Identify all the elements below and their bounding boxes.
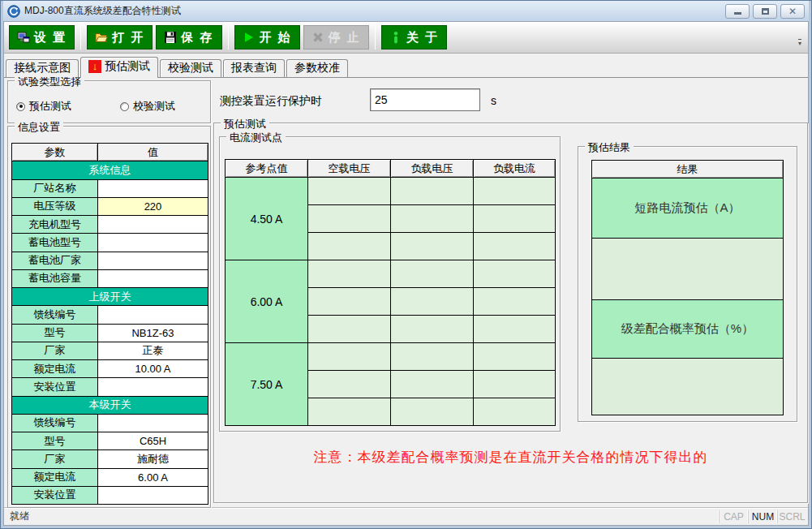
measurement-cell xyxy=(474,233,556,260)
param-value-cell[interactable] xyxy=(98,269,208,287)
param-name-cell: 型号 xyxy=(12,324,98,342)
table-row: 厂站名称 xyxy=(12,179,208,197)
measurement-cell xyxy=(474,398,556,426)
table-row: 6.00 A xyxy=(226,260,556,288)
measurement-cell xyxy=(391,288,474,316)
measurement-cell xyxy=(474,343,556,371)
result-label-cell: 级差配合概率预估（%） xyxy=(592,300,784,359)
maximize-button[interactable] xyxy=(753,4,777,19)
param-value-cell[interactable] xyxy=(98,179,208,197)
minimize-icon xyxy=(734,12,741,15)
table-row: 电压等级220 xyxy=(12,197,208,215)
result-value-cell xyxy=(592,359,784,415)
radio-option-verify[interactable]: 校验测试 xyxy=(120,99,175,114)
param-value-cell[interactable] xyxy=(98,252,208,269)
toolbar-buttons: 设 置打 开保 存开 始停 止关 于 xyxy=(7,25,449,49)
toolbar-button-save[interactable]: 保 存 xyxy=(156,25,221,49)
radio-icon-verify[interactable] xyxy=(120,102,129,111)
table-row: 型号C65H xyxy=(12,432,208,450)
settings-icon xyxy=(17,31,30,44)
param-value-cell[interactable]: 10.00 A xyxy=(98,360,208,378)
current-points-table: 参考点值空载电压负载电压负载电流4.50 A6.00 A7.50 A xyxy=(225,159,556,426)
toolbar-button-label: 保 存 xyxy=(181,30,213,45)
measurement-cell xyxy=(474,316,556,343)
table-row: 本级开关 xyxy=(12,396,208,414)
tab-label: 校验测试 xyxy=(168,61,213,75)
tab-0[interactable]: 接线示意图 xyxy=(6,59,79,77)
measurement-cell xyxy=(391,371,474,398)
toolbar-overflow-button[interactable]: ▾ xyxy=(795,25,805,49)
reference-point-cell: 6.00 A xyxy=(226,260,308,343)
param-value-cell[interactable] xyxy=(98,486,208,504)
table-row: 厂家施耐德 xyxy=(12,450,208,468)
current-points-column-header: 空载电压 xyxy=(308,160,391,178)
measurement-cell xyxy=(474,371,556,398)
protection-time-input[interactable] xyxy=(370,88,480,111)
tabstrip: 接线示意图↓预估测试校验测试报表查询参数校准 xyxy=(4,54,808,77)
status-indicator-num: NUM xyxy=(748,510,777,523)
param-value-cell[interactable] xyxy=(98,234,208,252)
toolbar-button-label: 打 开 xyxy=(112,30,144,45)
info-section-header: 上级开关 xyxy=(12,288,208,306)
info-column-header: 值 xyxy=(98,144,208,161)
title-bar: MDJ-800直流系统级差配合特性测试 ✕ xyxy=(3,1,809,21)
result-value-cell xyxy=(592,239,784,300)
param-value-cell[interactable]: 正泰 xyxy=(98,342,208,359)
radio-label-verify: 校验测试 xyxy=(133,99,175,114)
table-row: 蓄电池厂家 xyxy=(12,252,208,269)
param-value-cell[interactable]: C65H xyxy=(98,432,208,450)
param-name-cell: 额定电流 xyxy=(12,468,98,486)
tab-3[interactable]: 报表查询 xyxy=(223,59,285,77)
group-current-points-legend: 电流测试点 xyxy=(226,131,286,145)
param-value-cell[interactable]: 220 xyxy=(98,197,208,215)
reference-point-cell: 4.50 A xyxy=(226,178,308,260)
table-row: 安装位置 xyxy=(12,378,208,396)
tab-2[interactable]: 校验测试 xyxy=(160,59,221,77)
measurement-cell xyxy=(308,398,391,426)
tab-4[interactable]: 参数校准 xyxy=(286,59,348,77)
param-name-cell: 电压等级 xyxy=(12,197,98,215)
table-row: 蓄电池型号 xyxy=(12,234,208,252)
status-indicators: CAPNUMSCRL xyxy=(719,510,806,523)
toolbar-button-settings[interactable]: 设 置 xyxy=(9,25,75,49)
param-name-cell: 额定电流 xyxy=(12,360,98,378)
tab-1[interactable]: ↓预估测试 xyxy=(80,57,158,78)
param-value-cell[interactable]: 6.00 A xyxy=(98,468,208,486)
toolbar-button-label: 设 置 xyxy=(34,30,67,45)
toolbar-button-open[interactable]: 打 开 xyxy=(87,25,153,49)
radio-option-estimate[interactable]: 预估测试 xyxy=(16,99,71,114)
about-icon xyxy=(389,31,402,44)
measurement-cell xyxy=(308,316,391,343)
toolbar-button-start[interactable]: 开 始 xyxy=(234,25,300,49)
info-section-header: 本级开关 xyxy=(12,396,208,414)
measurement-cell xyxy=(308,260,391,288)
param-name-cell: 蓄电池型号 xyxy=(12,234,98,252)
param-value-cell[interactable]: 施耐德 xyxy=(98,450,208,468)
tab-label: 参数校准 xyxy=(294,61,340,75)
param-value-cell[interactable] xyxy=(98,414,208,432)
measurement-cell xyxy=(308,343,391,371)
param-value-cell[interactable] xyxy=(98,306,208,324)
param-value-cell[interactable] xyxy=(98,216,208,234)
measurement-cell xyxy=(308,288,391,316)
param-value-cell[interactable]: NB1Z-63 xyxy=(98,324,208,342)
close-button[interactable]: ✕ xyxy=(780,4,805,19)
result-column-header: 结果 xyxy=(592,161,784,178)
toolbar-button-stop[interactable]: 停 止 xyxy=(303,25,369,49)
table-row: 厂家正泰 xyxy=(12,342,208,359)
table-row: 4.50 A xyxy=(226,178,556,205)
param-value-cell[interactable] xyxy=(98,378,208,396)
param-name-cell: 安装位置 xyxy=(12,486,98,504)
radio-icon-estimate[interactable] xyxy=(16,102,25,111)
measurement-cell xyxy=(308,233,391,260)
client-area: 设 置打 开保 存开 始停 止关 于 ▾ 接线示意图↓预估测试校验测试报表查询参… xyxy=(3,21,809,526)
stop-icon xyxy=(311,31,324,44)
result-label-cell: 短路电流预估（A） xyxy=(592,178,784,239)
param-name-cell: 厂家 xyxy=(12,342,98,359)
minimize-button[interactable] xyxy=(725,4,750,19)
tab-label: 预估测试 xyxy=(105,59,150,74)
toolbar-separator xyxy=(375,25,376,49)
toolbar-button-about[interactable]: 关 于 xyxy=(381,25,447,49)
protection-time-label: 测控装置运行保护时 xyxy=(220,89,322,112)
close-icon: ✕ xyxy=(788,6,797,16)
